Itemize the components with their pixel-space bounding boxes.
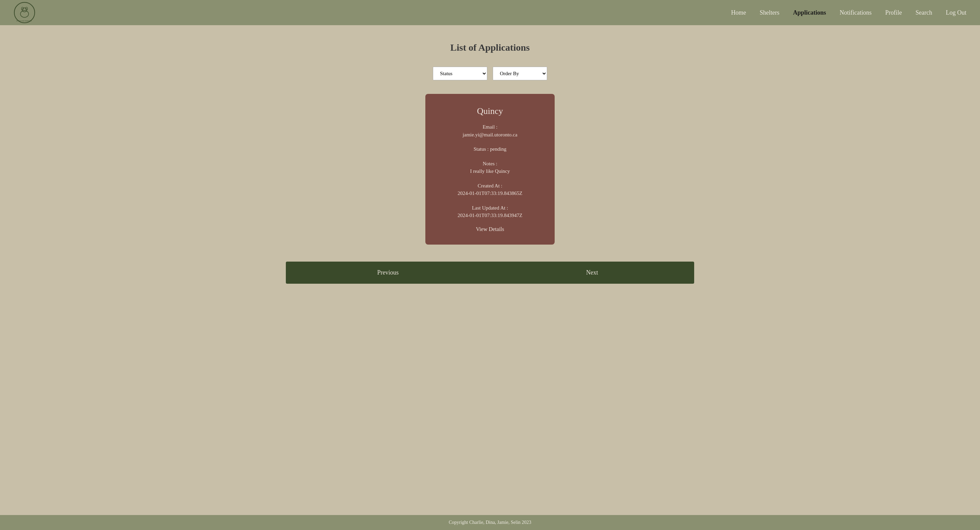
email-label: Email : [482,124,498,130]
nav-link-profile[interactable]: Profile [885,9,902,16]
card-title: Quincy [442,106,538,116]
nav-item-shelters[interactable]: Shelters [760,9,780,16]
card-created: Created At : 2024-01-01T07:33:19.843865Z [442,182,538,197]
nav-item-notifications[interactable]: Notifications [840,9,872,16]
created-label: Created At : [478,183,502,189]
svg-point-1 [21,11,29,17]
nav-item-applications[interactable]: Applications [793,9,826,16]
svg-text:FUREVER FRIENDS: FUREVER FRIENDS [16,20,32,22]
nav-item-profile[interactable]: Profile [885,9,902,16]
nav-link-notifications[interactable]: Notifications [840,9,872,16]
navbar: FUREVER FRIENDS Home Shelters Applicatio… [0,0,980,25]
card-updated: Last Updated At : 2024-01-01T07:33:19.84… [442,204,538,219]
nav-link-logout[interactable]: Log Out [946,9,967,16]
notes-value: I really like Quincy [470,168,510,174]
nav-link-search[interactable]: Search [916,9,932,16]
status-filter[interactable]: Status Pending Approved Rejected [433,67,487,80]
main-content: List of Applications Status Pending Appr… [0,25,980,515]
updated-label: Last Updated At : [472,205,508,211]
footer: Copyright Charlie, Dina, Jamie, Selin 20… [0,515,980,530]
nav-item-search[interactable]: Search [916,9,932,16]
pagination: Previous Next [286,262,694,284]
filter-bar: Status Pending Approved Rejected Order B… [433,67,547,80]
card-notes: Notes : I really like Quincy [442,160,538,175]
status-value: pending [490,146,506,152]
view-details-link[interactable]: View Details [442,226,538,232]
card-status: Status : pending [442,145,538,153]
status-label: Status : [474,146,489,152]
footer-text: Copyright Charlie, Dina, Jamie, Selin 20… [449,520,531,525]
card-email: Email : jamie.yi@mail.utoronto.ca [442,123,538,138]
nav-link-applications[interactable]: Applications [793,9,826,16]
svg-point-0 [14,2,35,23]
logo[interactable]: FUREVER FRIENDS [14,2,35,24]
nav-link-shelters[interactable]: Shelters [760,9,780,16]
nav-item-home[interactable]: Home [731,9,746,16]
created-value: 2024-01-01T07:33:19.843865Z [458,190,522,196]
updated-value: 2024-01-01T07:33:19.843947Z [458,213,522,218]
previous-button[interactable]: Previous [286,262,490,284]
next-button[interactable]: Next [490,262,694,284]
notes-label: Notes : [483,161,498,167]
application-card: Quincy Email : jamie.yi@mail.utoronto.ca… [425,94,555,244]
nav-item-logout[interactable]: Log Out [946,9,967,16]
nav-link-home[interactable]: Home [731,9,746,16]
orderby-filter[interactable]: Order By Date Created Last Updated Name [493,67,547,80]
nav-links: Home Shelters Applications Notifications… [731,9,967,16]
page-title: List of Applications [450,42,530,53]
email-value: jamie.yi@mail.utoronto.ca [463,132,517,137]
